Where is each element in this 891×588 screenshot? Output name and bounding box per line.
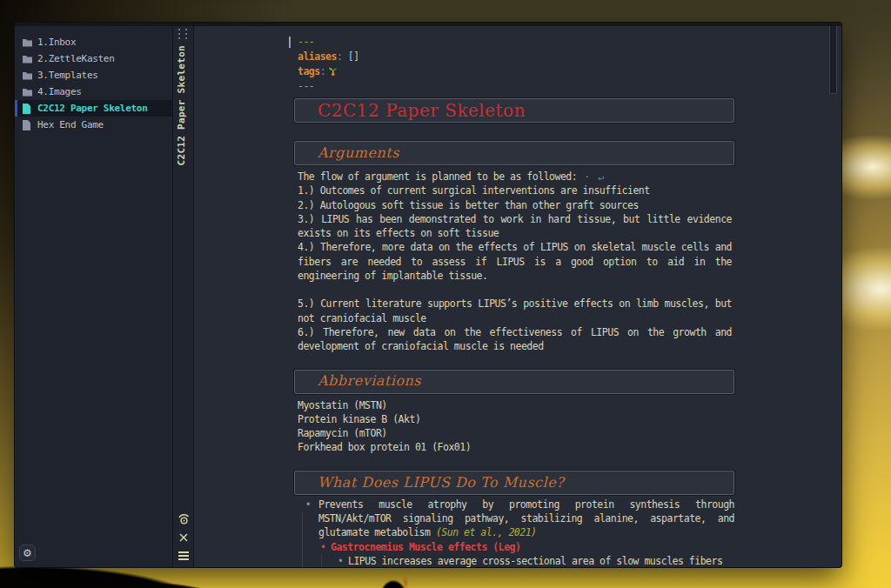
folder-icon [22, 87, 33, 97]
editor-pane[interactable]: --- aliases: [] tags: --- C2C12 Paper Sk… [194, 23, 841, 567]
sidebar-item-label: 4.Images [37, 86, 82, 97]
list-item: • LIPUS increases average cross-sectiona… [298, 554, 734, 567]
h2-heading-box-arguments: Arguments [294, 141, 734, 165]
sidebar-item-file-c2c12-paper-skeleton[interactable]: C2C12 Paper Skeleton [15, 100, 172, 117]
sidebar-item-folder-images[interactable]: 4.Images [15, 84, 172, 100]
sidebar-item-label: C2C12 Paper Skeleton [37, 103, 147, 114]
abbreviation-item: Myostatin (MSTN) [298, 398, 734, 412]
frontmatter-block: --- aliases: [] tags: --- [294, 35, 734, 94]
drag-handle-icon[interactable] [178, 29, 188, 39]
argument-item: 4.) Therefore, more data on the effects … [298, 240, 732, 283]
sidebar-item-folder-inbox[interactable]: 1.Inbox [15, 34, 172, 50]
file-explorer: 1.Inbox 2.ZettleKasten 3.Templates 4.Ima… [15, 23, 173, 567]
whitespace-marks: · ↵ [577, 170, 605, 183]
lipus-bullet-list: • Prevents muscle atrophy by promoting p… [294, 498, 734, 567]
frontmatter-delimiter: --- [298, 35, 734, 50]
vertical-tab-title[interactable]: C2C12 Paper Skeleton [176, 45, 187, 165]
abbreviations-list: Myostatin (MSTN) Protein kinase B (Akt) … [294, 398, 734, 455]
abbreviation-item: Rapamycin (mTOR) [298, 426, 734, 440]
h2-heading-box-abbreviations: Abbreviations [294, 370, 734, 394]
folder-icon [22, 54, 33, 64]
settings-button[interactable]: ⚙ [19, 545, 36, 561]
h1-heading-box: C2C12 Paper Skeleton [294, 98, 734, 123]
sidebar-item-label: 2.ZettleKasten [37, 53, 115, 64]
document-icon [22, 104, 33, 114]
window-top-edge [15, 23, 841, 26]
arguments-paragraph: The flow of argument is planned to be as… [294, 170, 734, 354]
sidebar-item-file-hex-end-game[interactable]: Hex End Game [15, 117, 172, 133]
tab-strip: C2C12 Paper Skeleton [173, 23, 194, 567]
sidebar-item-folder-templates[interactable]: 3.Templates [15, 67, 172, 84]
abbreviation-item: Forkhead box protein 01 (Fox01) [298, 440, 734, 454]
document-icon [22, 120, 33, 130]
app-window: 1.Inbox 2.ZettleKasten 3.Templates 4.Ima… [15, 23, 841, 567]
sidebar-item-label: 3.Templates [37, 70, 98, 81]
argument-item: 3.) LIPUS has been demonstrated to work … [298, 212, 732, 241]
list-item: • Gastrocnemius Muscle effects (Leg) [298, 540, 734, 554]
sidebar-item-label: 1.Inbox [37, 37, 76, 48]
page-title: C2C12 Paper Skeleton [318, 104, 526, 117]
hamburger-menu-icon[interactable] [178, 550, 190, 562]
desktop-wallpaper: { "colors": { "h1_red": "#c92f2f", "h2_o… [0, 0, 891, 588]
frontmatter-delimiter: --- [298, 79, 734, 94]
gear-icon: ⚙ [23, 547, 32, 559]
scrollbar-thumb[interactable] [829, 23, 837, 94]
abbreviation-item: Protein kinase B (Akt) [298, 412, 734, 426]
argument-item: 1.) Outcomes of current surgical interve… [298, 184, 732, 197]
bullet-icon: • [338, 554, 348, 567]
indent-guide [302, 513, 303, 567]
bullet-icon: • [298, 498, 318, 540]
h2-heading-box-lipus: What Does LIPUS Do To Muscle? [294, 471, 734, 495]
argument-item: 5.) Current literature supports LIPUS’s … [298, 297, 732, 325]
close-icon[interactable] [178, 531, 190, 544]
frontmatter-tags: tags: [298, 64, 734, 79]
sidebar-item-folder-zettlekasten[interactable]: 2.ZettleKasten [15, 50, 172, 67]
indent-guide [321, 555, 322, 567]
eye-icon[interactable] [178, 513, 190, 525]
section-heading: What Does LIPUS Do To Muscle? [318, 476, 564, 490]
frontmatter-aliases: aliases: [] [298, 50, 734, 64]
bullet-icon: • [320, 540, 331, 554]
citation: (Sun et al., 2021) [436, 526, 537, 538]
sprout-emoji-icon [327, 65, 338, 77]
argument-item: 6.) Therefore, new data on the effective… [298, 325, 732, 354]
arguments-intro: The flow of argument is planned to be as… [298, 170, 732, 184]
section-heading: Arguments [318, 146, 399, 160]
note-content: --- aliases: [] tags: --- C2C12 Paper Sk… [294, 35, 734, 567]
list-item: • Prevents muscle atrophy by promoting p… [298, 498, 734, 540]
folder-icon [22, 70, 33, 81]
sidebar-item-label: Hex End Game [37, 119, 104, 130]
text-cursor [289, 37, 291, 48]
section-heading: Abbreviations [318, 374, 421, 388]
argument-item: 2.) Autologous soft tissue is better tha… [298, 198, 732, 212]
folder-icon [22, 37, 33, 48]
